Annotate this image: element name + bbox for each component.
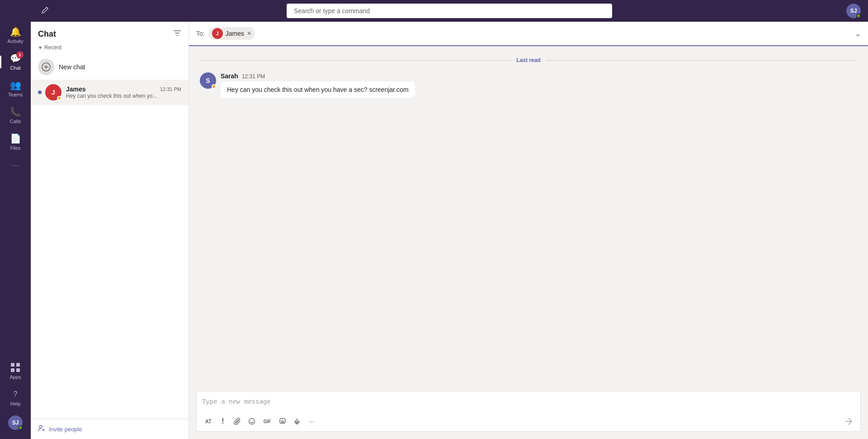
sidebar-label-chat: Chat <box>10 65 20 71</box>
chat-badge: 1 <box>16 51 24 58</box>
last-read-divider: Last read <box>189 53 868 67</box>
toolbar-row: ! GIF <box>202 413 855 428</box>
new-chat-icon <box>38 59 54 75</box>
exclaim-icon: ! <box>222 417 224 425</box>
recipient-avatar-letter: J <box>216 31 219 36</box>
invite-icon <box>38 425 45 434</box>
message-header: Sarah 12:31 PM <box>221 72 857 80</box>
sidebar-label-help: Help <box>10 401 21 406</box>
search-input[interactable] <box>287 4 612 18</box>
audio-button[interactable] <box>291 415 303 428</box>
filter-button[interactable] <box>173 29 181 39</box>
user-section: SJ <box>846 4 861 18</box>
new-chat-item[interactable]: New chat <box>31 54 189 80</box>
sarah-status <box>212 84 216 89</box>
to-label: To: <box>196 30 205 37</box>
user-profile[interactable]: SJ <box>0 411 31 434</box>
expand-icon[interactable]: ⌄ <box>855 29 861 38</box>
more-icon: ··· <box>10 160 21 171</box>
recent-label: ▼ Recent <box>31 43 189 54</box>
last-read-label: Last read <box>516 57 540 63</box>
compose-button[interactable] <box>38 4 52 18</box>
recipient-name: James <box>226 30 244 37</box>
message-input-area: ! GIF <box>196 391 861 432</box>
sidebar-item-help[interactable]: ? Help <box>0 384 31 411</box>
format-button[interactable] <box>202 415 215 428</box>
apps-icon <box>10 362 21 373</box>
chat-panel-header: Chat <box>31 22 189 43</box>
sidebar-label-activity: Activity <box>8 38 24 44</box>
sidebar-item-files[interactable]: 📄 Files <box>0 129 31 155</box>
james-name: James <box>66 86 86 93</box>
message-input[interactable] <box>202 395 855 411</box>
message-group: S Sarah 12:31 PM Hey can you check this … <box>189 71 868 100</box>
top-user-status <box>856 14 861 18</box>
top-user-initials: SJ <box>850 8 857 14</box>
chat-icon: 💬 1 <box>10 53 21 64</box>
james-avatar: J <box>45 84 61 100</box>
files-icon: 📄 <box>10 133 21 144</box>
sidebar-item-more[interactable]: ··· <box>0 155 31 175</box>
sidebar-label-teams: Teams <box>8 92 23 97</box>
sidebar-item-apps[interactable]: Apps <box>0 358 31 384</box>
recipient-remove-button[interactable]: ✕ <box>247 30 251 37</box>
to-input[interactable] <box>259 30 851 37</box>
messages-area[interactable]: Last read S Sarah 12:31 PM Hey can you c… <box>189 46 868 391</box>
sidebar-item-chat[interactable]: 💬 1 Chat <box>0 48 31 75</box>
activity-icon: 🔔 <box>10 26 21 37</box>
top-bar: SJ <box>31 0 868 22</box>
unread-indicator <box>38 91 42 94</box>
sidebar-bottom: Apps ? Help SJ <box>0 358 31 439</box>
invite-label: Invite people <box>49 426 82 433</box>
sidebar-label-calls: Calls <box>10 119 21 124</box>
content-area: Chat ▼ Recent New chat <box>31 22 868 439</box>
main-container: SJ Chat ▼ Recent <box>31 0 868 439</box>
sticker-button[interactable] <box>276 415 289 428</box>
svg-rect-3 <box>16 368 20 372</box>
teams-icon: 👥 <box>10 80 21 91</box>
james-time: 12:31 PM <box>160 86 181 92</box>
help-icon: ? <box>10 389 21 400</box>
james-status-dot <box>57 96 61 100</box>
invite-section[interactable]: Invite people <box>31 419 189 439</box>
divider-left <box>200 60 511 61</box>
svg-rect-2 <box>11 368 14 372</box>
user-initials: SJ <box>12 420 19 426</box>
chat-panel: Chat ▼ Recent New chat <box>31 22 189 439</box>
sidebar: 🔔 Activity 💬 1 Chat 👥 Teams 📞 Calls 📄 Fi… <box>0 0 31 439</box>
chat-main: To: J James ✕ ⌄ Last read <box>189 22 868 439</box>
sidebar-label-apps: Apps <box>9 374 21 380</box>
james-preview: Hey can you check this out when yo... <box>66 93 181 99</box>
james-name-row: James 12:31 PM <box>66 86 181 93</box>
svg-rect-1 <box>16 363 20 367</box>
to-bar: To: J James ✕ ⌄ <box>189 22 868 46</box>
important-button[interactable]: ! <box>217 415 229 428</box>
sidebar-item-calls[interactable]: 📞 Calls <box>0 102 31 129</box>
send-button[interactable] <box>842 415 855 428</box>
chat-list-item-james[interactable]: J James 12:31 PM Hey can you check this … <box>31 80 189 105</box>
sidebar-label-files: Files <box>10 145 20 151</box>
james-info: James 12:31 PM Hey can you check this ou… <box>66 86 181 99</box>
svg-point-6 <box>249 419 255 425</box>
search-bar[interactable] <box>287 4 612 18</box>
calls-icon: 📞 <box>10 106 21 117</box>
sidebar-item-teams[interactable]: 👥 Teams <box>0 75 31 102</box>
svg-rect-0 <box>11 363 14 367</box>
user-avatar[interactable]: SJ <box>8 415 23 430</box>
svg-point-5 <box>39 425 42 428</box>
attach-button[interactable] <box>231 415 244 428</box>
svg-point-8 <box>253 420 254 421</box>
new-chat-label: New chat <box>59 63 85 71</box>
emoji-button[interactable] <box>245 415 258 428</box>
sidebar-item-activity[interactable]: 🔔 Activity <box>0 22 31 48</box>
message-sender: Sarah <box>221 72 238 80</box>
top-user-avatar[interactable]: SJ <box>846 4 861 18</box>
chat-panel-title: Chat <box>38 29 56 39</box>
online-status-dot <box>18 425 23 430</box>
gif-button[interactable]: GIF <box>260 415 274 428</box>
message-content: Sarah 12:31 PM Hey can you check this ou… <box>221 72 857 98</box>
sarah-avatar: S <box>200 72 216 89</box>
recipient-avatar: J <box>212 28 223 39</box>
more-toolbar-button[interactable]: ··· <box>305 415 318 428</box>
message-time: 12:31 PM <box>242 73 265 80</box>
